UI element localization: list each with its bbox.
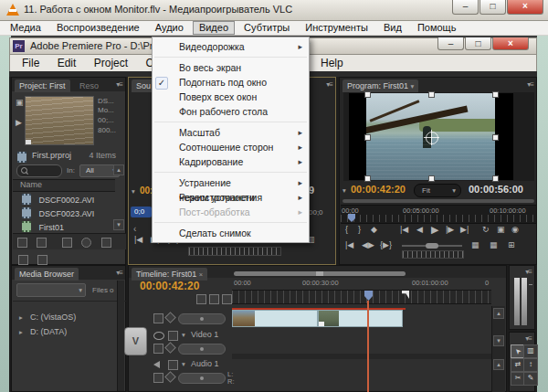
menu-item-zoom[interactable]: Масштаб ▸ [153, 125, 309, 140]
keyframe-nav-pill[interactable] [178, 313, 226, 324]
automate-to-sequence-icon[interactable] [62, 238, 72, 248]
project-item-row[interactable]: DSCF0023.AVI [13, 206, 115, 218]
scroll-down-button[interactable]: ▾ [493, 335, 504, 346]
display-style-icon[interactable] [153, 344, 163, 354]
marker-icon[interactable]: ◆ [371, 225, 377, 234]
premiere-menu-help[interactable]: Help [313, 55, 351, 71]
vlc-close-button[interactable]: × [507, 0, 543, 15]
keyframe-nav-pill[interactable] [178, 373, 226, 384]
program-shuttle-track[interactable] [402, 245, 462, 247]
source-panel-menu-icon[interactable]: ▾≡ [326, 80, 332, 89]
extract-icon[interactable]: ▦ [490, 240, 498, 249]
drive-row[interactable]: ▸ C: (VistaOS) [12, 312, 120, 324]
work-area-bar[interactable] [234, 271, 406, 276]
video-track-label[interactable]: Video 1 [191, 330, 218, 339]
work-area-grip[interactable] [316, 271, 323, 276]
source-jog-wheel[interactable] [188, 247, 281, 256]
name-column-header[interactable]: Name [13, 179, 115, 192]
track-lock-icon[interactable] [168, 360, 178, 370]
vlc-menu-tools[interactable]: Инструменты [299, 21, 374, 35]
program-timecode[interactable]: 00:00:42:20 [351, 184, 406, 195]
menu-item-fit-window[interactable]: ✓ Подогнать под окно [153, 75, 309, 90]
menu-item-always-on-top[interactable]: Поверх всех окон [153, 90, 309, 104]
collapse-icon[interactable]: ▾ [182, 331, 185, 339]
jump-back-icon[interactable]: |◀ [345, 240, 353, 249]
menu-item-video-track[interactable]: Видеодорожка ▸ [153, 39, 309, 54]
keyframe-icon[interactable] [164, 312, 176, 323]
icon-view-icon[interactable] [37, 238, 47, 248]
menu-item-crop[interactable]: Кадрирование ▸ [153, 154, 309, 169]
audio-track-label[interactable]: Audio 1 [191, 359, 219, 368]
play-inout-icon[interactable]: {▶} [380, 240, 392, 249]
menu-item-wallpaper[interactable]: Фон рабочего стола [153, 104, 309, 119]
program-scrollbar[interactable] [342, 199, 534, 203]
vlc-menu-playback[interactable]: Воспроизведение [50, 21, 146, 35]
premiere-minimize-button[interactable]: – [437, 37, 464, 50]
find-icon[interactable] [81, 238, 91, 248]
tools-panel-menu-icon[interactable]: ▾≡ [525, 334, 532, 343]
new-item-icon[interactable] [18, 255, 28, 265]
transform-handle[interactable] [492, 91, 499, 98]
keyframe-icon[interactable] [164, 371, 176, 383]
vlc-minimize-button[interactable]: – [452, 0, 479, 15]
scroll-up-button[interactable]: ▴ [493, 308, 504, 319]
source-timecode-chip[interactable]: 0;0 [131, 207, 152, 217]
track-lock-icon[interactable] [168, 331, 178, 341]
vlc-menu-subtitles[interactable]: Субтитры [237, 21, 296, 35]
tab-timeline[interactable]: Timeline: First01 × [132, 268, 207, 281]
source-prev-icon[interactable]: ‹ [133, 224, 136, 234]
display-style-icon[interactable] [153, 373, 163, 383]
media-browser-menu-icon[interactable]: ▾≡ [116, 269, 122, 277]
project-panel-menu-icon[interactable]: ▾≡ [116, 80, 122, 89]
lock-workarea-icon[interactable] [222, 294, 232, 304]
export-frame-icon[interactable]: ⊞ [508, 240, 515, 249]
track-select-tool[interactable]: ▥ [523, 344, 538, 358]
program-panel-menu-icon[interactable]: ▾≡ [527, 80, 533, 89]
premiere-menu-project[interactable]: Project [87, 55, 135, 71]
set-inpoint-icon[interactable]: { [345, 225, 348, 234]
keyframe-nav-pill[interactable] [178, 344, 226, 355]
transform-handle[interactable] [364, 91, 371, 98]
media-browser-scrollbar[interactable] [117, 281, 124, 391]
speaker-icon[interactable] [153, 361, 160, 368]
sequence-selector-icon[interactable]: ▾ [411, 82, 415, 90]
vlc-menu-media[interactable]: Медиа [4, 21, 47, 35]
vlc-menu-view[interactable]: Вид [377, 21, 408, 35]
timeline-timecode[interactable]: 00:00:42:20 [140, 280, 199, 292]
tab-media-browser[interactable]: Media Browser [15, 268, 79, 281]
menu-item-snapshot[interactable]: Сделать снимок [153, 226, 309, 240]
vlc-menu-video[interactable]: Видео [193, 21, 235, 35]
set-outpoint-icon[interactable]: } [358, 225, 361, 234]
scroll-up-button[interactable]: ▴ [113, 164, 124, 175]
menu-item-deinterlace-mode[interactable]: Режим устранения ▸ [153, 190, 309, 205]
safe-margins-icon[interactable]: ▣ [497, 225, 505, 234]
program-shuttle-handle[interactable] [426, 243, 438, 249]
media-browser-path-dropdown[interactable]: ▾ [16, 283, 86, 297]
rolling-edit-tool[interactable]: ↕ [523, 358, 538, 372]
tab-close-icon[interactable]: × [199, 270, 203, 279]
drive-row[interactable]: ▸ D: (DATA) [12, 326, 120, 339]
transform-handle[interactable] [492, 134, 499, 141]
snap-icon[interactable] [196, 294, 206, 304]
program-tc-arrow[interactable]: ▾ [342, 186, 346, 195]
trim-icon[interactable]: ◀▶ [362, 240, 374, 249]
zoom-level-dropdown[interactable]: Fit ▾ [414, 184, 461, 197]
goto-in-icon[interactable]: |◀ [400, 225, 408, 234]
poster-frame-icon[interactable]: ▣ [16, 98, 24, 107]
collapse-icon[interactable]: ▾ [182, 360, 185, 368]
project-preview-thumbnail[interactable] [25, 96, 94, 145]
premiere-menu-edit[interactable]: Edit [50, 55, 84, 71]
tab-project[interactable]: Project: First [15, 79, 70, 92]
vlc-maximize-button[interactable]: □ [480, 0, 506, 15]
transform-handle[interactable] [364, 134, 371, 141]
anchor-point-icon[interactable] [426, 132, 438, 144]
trash-icon[interactable] [37, 255, 47, 265]
search-input[interactable] [29, 166, 60, 175]
timeline-ruler[interactable] [232, 290, 491, 304]
menu-item-aspect-ratio[interactable]: Соотношение сторон ▸ [153, 140, 309, 154]
lift-icon[interactable]: ▦ [471, 240, 480, 249]
new-bin-icon[interactable] [101, 238, 111, 248]
step-forward-icon[interactable]: |▶ [446, 225, 454, 234]
transform-handle[interactable] [428, 91, 435, 98]
timeline-clip[interactable] [318, 310, 403, 327]
